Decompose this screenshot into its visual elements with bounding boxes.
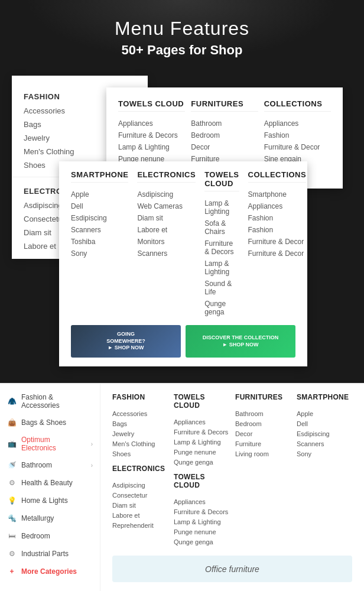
sidebar-home-label: Home & Lights bbox=[21, 496, 68, 505]
sidebar-panel: 🧥 Fashion & Accessories 👜 Bags & Shoes 📺… bbox=[0, 384, 100, 591]
sidebar-item-metallurgy[interactable]: 🔩 Metallurgy bbox=[0, 509, 100, 527]
mp-smartphone-title: SMARTPHONE bbox=[297, 393, 352, 404]
mp-f-living[interactable]: Living room bbox=[235, 449, 291, 459]
f-decor[interactable]: Decor bbox=[191, 141, 258, 153]
bedroom-icon: 🛏 bbox=[7, 531, 17, 541]
mp-f-bathroom[interactable]: Bathroom bbox=[235, 408, 291, 418]
collections-title: COLLECTIONS bbox=[264, 99, 331, 112]
tc2-lamp2[interactable]: Lamp & Lighting bbox=[204, 258, 239, 278]
cc-furniture2[interactable]: Furniture & Decor bbox=[248, 248, 307, 259]
mp-tc-lamp[interactable]: Lamp & Lighting bbox=[174, 437, 229, 447]
e-asdipiscing[interactable]: Asdipiscing bbox=[137, 189, 196, 200]
sidebar-item-health[interactable]: ⚙ Health & Beauty bbox=[0, 474, 100, 492]
mp-tc-punge[interactable]: Punge nenune bbox=[174, 447, 229, 457]
sidebar-item-bags[interactable]: 👜 Bags & Shoes bbox=[0, 414, 100, 431]
e-labore[interactable]: Labore et bbox=[137, 224, 196, 236]
tc2-qunge[interactable]: Qunge genga bbox=[204, 298, 239, 318]
mp-tc-qunge[interactable]: Qunge genga bbox=[174, 457, 229, 467]
mp-diam-sit[interactable]: Diam sit bbox=[112, 500, 168, 510]
sm-esdipiscing[interactable]: Esdipiscing bbox=[71, 212, 128, 224]
sidebar-bedroom-label: Bedroom bbox=[21, 532, 50, 540]
mp-sm-scanners[interactable]: Scanners bbox=[297, 439, 352, 449]
mp-tc2-lamp[interactable]: Lamp & Lighting bbox=[174, 517, 229, 527]
sidebar-item-more[interactable]: + More Categories bbox=[0, 563, 100, 580]
sm-apple[interactable]: Apple bbox=[71, 189, 128, 200]
tc2-sound[interactable]: Sound & Life bbox=[204, 278, 239, 298]
mp-accessories[interactable]: Accessories bbox=[112, 408, 168, 418]
tc-lamp-lighting[interactable]: Lamp & Lighting bbox=[118, 141, 185, 153]
mp-f-decor[interactable]: Decor bbox=[235, 428, 291, 439]
cc-smartphone[interactable]: Smartphone bbox=[248, 189, 307, 200]
mp-sm-apple[interactable]: Apple bbox=[297, 408, 352, 418]
mp-consectetur[interactable]: Consectetur bbox=[112, 490, 168, 500]
sidebar-item-electronics[interactable]: 📺 Optimum Electronics › bbox=[0, 431, 100, 456]
mp-reprehenderit[interactable]: Reprehenderit bbox=[112, 520, 168, 530]
mp-tc2-appliances[interactable]: Appliances bbox=[174, 496, 229, 506]
sidebar-item-industrial[interactable]: ⚙ Industrial Parts bbox=[0, 545, 100, 563]
mp-tc-furniture[interactable]: Furniture & Decors bbox=[174, 427, 229, 437]
mp-bags[interactable]: Bags bbox=[112, 418, 168, 428]
mp-jewelry[interactable]: Jewelry bbox=[112, 428, 168, 439]
tc2-lamp[interactable]: Lamp & Lighting bbox=[204, 197, 239, 217]
mp-labore[interactable]: Labore et bbox=[112, 510, 168, 520]
mp-tc2-furniture[interactable]: Furniture & Decors bbox=[174, 506, 229, 517]
office-furniture-banner[interactable]: Office furniture bbox=[112, 556, 352, 582]
cc-furniture1[interactable]: Furniture & Decor bbox=[248, 236, 307, 248]
mp-furnitures-col: FURNITURES Bathroom Bedroom Decor Furnit… bbox=[235, 393, 291, 547]
mp-asdipiscing[interactable]: Asdipiscing bbox=[112, 480, 168, 490]
tc2-furniture[interactable]: Furniture & Decors bbox=[204, 238, 239, 258]
sidebar-item-home[interactable]: 💡 Home & Lights bbox=[0, 492, 100, 509]
collections-col2: COLLECTIONS Smartphone Appliances Fashio… bbox=[248, 170, 307, 318]
e-webcams[interactable]: Web Cameras bbox=[137, 200, 196, 212]
sidebar-item-bedroom[interactable]: 🛏 Bedroom bbox=[0, 527, 100, 545]
sm-scanners[interactable]: Scanners bbox=[71, 224, 128, 236]
mp-fashion-title: FASHION bbox=[112, 393, 168, 404]
mp-shoes[interactable]: Shoes bbox=[112, 449, 168, 459]
f-bedroom[interactable]: Bedroom bbox=[191, 129, 258, 141]
sidebar-item-fashion[interactable]: 🧥 Fashion & Accessories bbox=[0, 389, 100, 414]
smartphone-mega-cols: SMARTPHONE Apple Dell Esdipiscing Scanne… bbox=[71, 170, 295, 318]
tc-appliances[interactable]: Appliances bbox=[118, 118, 185, 129]
mp-electronics-title: ELECTRONICS bbox=[112, 465, 168, 475]
smartphone-col: SMARTPHONE Apple Dell Esdipiscing Scanne… bbox=[71, 170, 128, 318]
hero-subtitle: 50+ Pages for Shop bbox=[12, 43, 352, 58]
mp-sm-sony[interactable]: Sony bbox=[297, 449, 352, 459]
banner-going-somewhere[interactable]: GOINGSOMEWHERE?► SHOP NOW bbox=[71, 325, 181, 358]
c-furniture-decor[interactable]: Furniture & Decor bbox=[264, 141, 331, 153]
cc-fashion1[interactable]: Fashion bbox=[248, 212, 307, 224]
c-fashion[interactable]: Fashion bbox=[264, 129, 331, 141]
sidebar-more-label: More Categories bbox=[21, 567, 77, 576]
collections-col2-title: COLLECTIONS bbox=[248, 170, 307, 183]
mp-tc-appliances[interactable]: Appliances bbox=[174, 417, 229, 427]
bathroom-icon: 🚿 bbox=[7, 460, 17, 470]
sm-toshiba[interactable]: Toshiba bbox=[71, 236, 128, 248]
tc2-sofa[interactable]: Sofa & Chairs bbox=[204, 217, 239, 238]
towels-col2: TOWELS CLOUD Lamp & Lighting Sofa & Chai… bbox=[204, 170, 239, 318]
e-scanners[interactable]: Scanners bbox=[137, 248, 196, 259]
sm-dell[interactable]: Dell bbox=[71, 200, 128, 212]
hero-title: Menu Features bbox=[12, 18, 352, 40]
tc-furniture-decors[interactable]: Furniture & Decors bbox=[118, 129, 185, 141]
mp-tc2-qunge[interactable]: Qunge genga bbox=[174, 537, 229, 547]
banner-text-2: DISCOVER THE COLLECTION► SHOP NOW bbox=[203, 335, 279, 348]
mp-f-furniture[interactable]: Furniture bbox=[235, 439, 291, 449]
f-bathroom[interactable]: Bathroom bbox=[191, 118, 258, 129]
e-monitors[interactable]: Monitors bbox=[137, 236, 196, 248]
mp-mens-clothing[interactable]: Men's Clothing bbox=[112, 439, 168, 449]
banner-discover[interactable]: DISCOVER THE COLLECTION► SHOP NOW bbox=[186, 325, 295, 358]
mp-f-bedroom[interactable]: Bedroom bbox=[235, 418, 291, 428]
sm-sony[interactable]: Sony bbox=[71, 248, 128, 259]
cc-fashion2[interactable]: Fashion bbox=[248, 224, 307, 236]
mp-tc2-punge[interactable]: Punge nenune bbox=[174, 527, 229, 537]
sidebar-item-bathroom[interactable]: 🚿 Bathroom › bbox=[0, 456, 100, 474]
electronics-icon: 📺 bbox=[7, 439, 17, 449]
cc-appliances[interactable]: Appliances bbox=[248, 200, 307, 212]
menus-area: FASHION Accessories Bags Jewelry Men's C… bbox=[0, 70, 364, 383]
mp-sm-dell[interactable]: Dell bbox=[297, 418, 352, 428]
mp-towels-title1: TOWELS CLOUD bbox=[174, 393, 229, 412]
banner-row: GOINGSOMEWHERE?► SHOP NOW DISCOVER THE C… bbox=[71, 325, 295, 358]
mega-panel-top-cols: FASHION Accessories Bags Jewelry Men's C… bbox=[112, 393, 352, 547]
c-appliances[interactable]: Appliances bbox=[264, 118, 331, 129]
e-diam-sit[interactable]: Diam sit bbox=[137, 212, 196, 224]
mp-sm-esdipiscing[interactable]: Esdipiscing bbox=[297, 428, 352, 439]
